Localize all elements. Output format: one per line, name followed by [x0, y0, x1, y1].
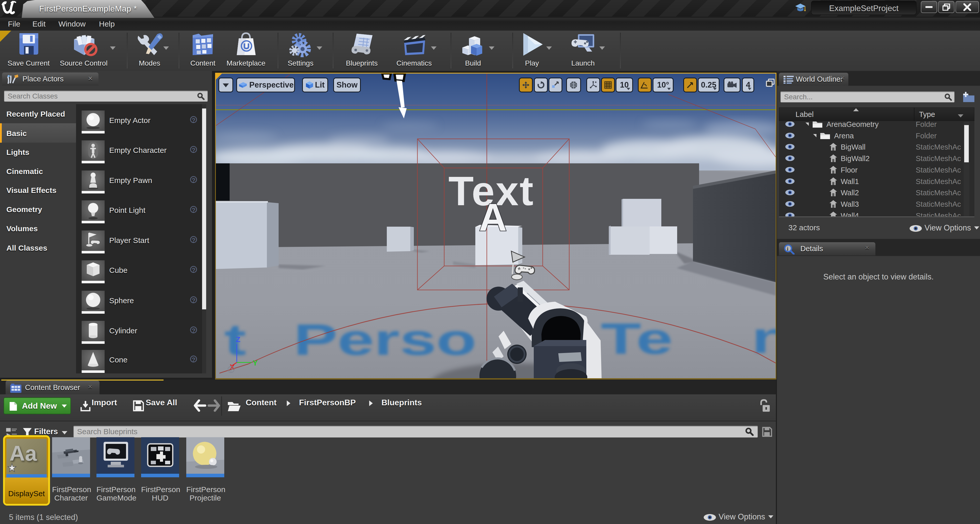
svg-text:n: n [752, 313, 776, 362]
svg-text:Te: Te [601, 314, 673, 363]
svg-text:i: i [787, 245, 788, 252]
svg-text:Y: Y [253, 358, 258, 367]
svg-text:Perso: Perso [294, 315, 477, 364]
svg-text:Z: Z [236, 335, 240, 344]
svg-text:A: A [479, 196, 507, 239]
